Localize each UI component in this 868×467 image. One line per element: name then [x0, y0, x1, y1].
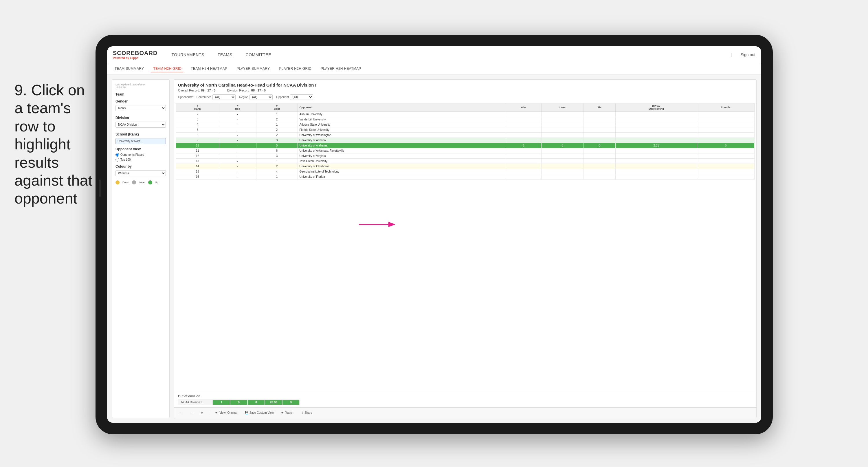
table-row[interactable]: 8-2University of Washington — [176, 133, 754, 138]
conference-filter-label: Conference — [196, 95, 212, 99]
col-rounds: Rounds — [697, 104, 754, 112]
toolbar-share[interactable]: ⇧ Share — [299, 410, 314, 415]
toolbar-refresh[interactable]: ↻ — [199, 410, 205, 415]
tablet-side-button — [99, 179, 101, 197]
col-diff: Diff AvStrokes/Rnd — [615, 104, 697, 112]
out-division-label: NCAA Division II — [178, 400, 213, 405]
sub-nav-team-summary[interactable]: TEAM SUMMARY — [113, 65, 146, 72]
filter-opponents: Opponents: — [178, 95, 193, 99]
filter-conference: Conference (All) — [196, 94, 236, 100]
table-row[interactable]: 3-2Vanderbilt University — [176, 117, 754, 122]
sub-nav-player-h2h-grid[interactable]: PLAYER H2H GRID — [277, 65, 313, 72]
h2h-table: #Rank #Reg #Conf Opponent Win Loss Tie D… — [176, 103, 754, 179]
gender-select[interactable]: Men's — [116, 105, 166, 111]
filter-opponent: Opponent (All) — [276, 94, 313, 100]
table-row[interactable]: 6-2Florida State University — [176, 127, 754, 133]
nav-teams[interactable]: TEAMS — [215, 51, 235, 58]
out-division-win: 1 — [213, 400, 230, 405]
grid-panel: University of North Carolina Head-to-Hea… — [174, 79, 756, 418]
grid-header: University of North Carolina Head-to-Hea… — [174, 80, 756, 103]
sub-nav-player-summary[interactable]: PLAYER SUMMARY — [235, 65, 272, 72]
legend-down-dot — [116, 180, 120, 184]
table-row[interactable]: 15-4Georgia Institute of Technology — [176, 169, 754, 174]
out-division-diff: 26.00 — [265, 400, 282, 405]
bottom-toolbar: ← → ↻ | 👁 View: Original 💾 Save Custom V… — [174, 407, 756, 418]
division-record-value: 88 - 17 - 0 — [251, 89, 266, 92]
col-reg: #Reg — [219, 104, 256, 112]
legend-level-label: Level — [139, 181, 145, 184]
opponent-filter-select[interactable]: (All) — [290, 94, 313, 100]
opponent-filter-label: Opponent — [276, 95, 289, 99]
instruction-text: 9. Click on a team's row to highlight re… — [14, 81, 95, 208]
toolbar-sep1: | — [209, 411, 210, 415]
toolbar-view-original[interactable]: 👁 View: Original — [214, 410, 239, 415]
instruction-body: Click on a team's row to highlight resul… — [14, 82, 92, 207]
opponents-label: Opponents: — [178, 95, 193, 99]
left-panel: Last Updated: 27/03/2024 16:55:38 Team G… — [112, 79, 169, 418]
school-value: University of Nort... — [116, 138, 166, 144]
school-label: School (Rank) — [116, 132, 166, 136]
logo-area: SCOREBOARD Powered by clippd — [113, 50, 157, 60]
region-filter-label: Region — [239, 95, 248, 99]
toolbar-redo[interactable]: → — [188, 410, 195, 415]
filter-region: Region (All) — [239, 94, 273, 100]
nav-committee[interactable]: COMMITTEE — [243, 51, 274, 58]
out-division-tie: 0 — [247, 400, 265, 405]
out-division-row[interactable]: NCAA Division II 1 0 0 26.00 3 — [178, 400, 752, 405]
division-record-label: Division Record: 88 - 17 - 0 — [227, 89, 266, 92]
table-row[interactable]: 9-3University of Arizona — [176, 138, 754, 143]
grid-table-container: #Rank #Reg #Conf Opponent Win Loss Tie D… — [174, 103, 756, 392]
division-label: Division — [116, 116, 166, 120]
out-of-division-title: Out of division — [178, 394, 752, 398]
opponent-view-label: Opponent View — [116, 147, 166, 151]
sub-nav-team-h2h-grid[interactable]: TEAM H2H GRID — [151, 65, 183, 72]
grid-records: Overall Record: 89 - 17 - 0 Division Rec… — [178, 89, 752, 92]
table-row[interactable]: 2-1Auburn University — [176, 112, 754, 117]
brand-name: clippd — [130, 56, 138, 60]
colour-by-select[interactable]: Win/loss — [116, 170, 166, 176]
logo-scoreboard: SCOREBOARD — [113, 50, 157, 56]
legend-level-dot — [132, 180, 136, 184]
nav-tournaments[interactable]: TOURNAMENTS — [169, 51, 206, 58]
table-row[interactable]: 11-5University of Alabama3002.618 — [176, 143, 754, 148]
team-label: Team — [116, 92, 166, 96]
col-conf: #Conf — [256, 104, 298, 112]
legend-up-label: Up — [155, 181, 159, 184]
toolbar-undo[interactable]: ← — [178, 410, 184, 415]
toolbar-save-custom[interactable]: 💾 Save Custom View — [243, 410, 276, 415]
filters-row: Opponents: Conference (All) Region (All) — [178, 94, 752, 100]
nav-bar: SCOREBOARD Powered by clippd TOURNAMENTS… — [107, 46, 761, 63]
tablet-frame: SCOREBOARD Powered by clippd TOURNAMENTS… — [95, 35, 773, 434]
last-updated: Last Updated: 27/03/2024 16:55:38 — [116, 83, 166, 89]
sub-nav-team-h2h-heatmap[interactable]: TEAM H2H HEATMAP — [189, 65, 229, 72]
col-opponent: Opponent — [298, 104, 505, 112]
radio-top100[interactable]: Top 100 — [116, 158, 166, 162]
out-of-division: Out of division NCAA Division II 1 0 0 2… — [174, 392, 756, 407]
division-select[interactable]: NCAA Division I — [116, 122, 166, 128]
region-filter-select[interactable]: (All) — [249, 94, 273, 100]
radio-opponents-played[interactable]: Opponents Played — [116, 153, 166, 157]
main-content: Last Updated: 27/03/2024 16:55:38 Team G… — [107, 75, 761, 423]
table-row[interactable]: 16-1University of Florida — [176, 174, 754, 179]
legend-row: Down Level Up — [116, 180, 166, 184]
grid-title: University of North Carolina Head-to-Hea… — [178, 83, 752, 87]
table-row[interactable]: 4-1Arizona State University — [176, 122, 754, 127]
col-win: Win — [505, 104, 541, 112]
out-division-rounds: 3 — [282, 400, 300, 405]
table-row[interactable]: 14-2University of Oklahoma — [176, 164, 754, 169]
table-row[interactable]: 13-1Texas Tech University — [176, 159, 754, 164]
conference-filter-select[interactable]: (All) — [212, 94, 236, 100]
radio-group: Opponents Played Top 100 — [116, 153, 166, 162]
col-rank: #Rank — [176, 104, 219, 112]
instruction-number: 9. — [14, 82, 27, 98]
toolbar-watch[interactable]: 👁 Watch — [280, 410, 295, 415]
table-row[interactable]: 12-3University of Virginia — [176, 153, 754, 159]
table-row[interactable]: 11-6University of Arkansas, Fayetteville — [176, 148, 754, 153]
nav-sign-out[interactable]: Sign out — [741, 52, 755, 57]
col-loss: Loss — [541, 104, 584, 112]
nav-separator: | — [731, 52, 732, 57]
tablet-screen: SCOREBOARD Powered by clippd TOURNAMENTS… — [107, 46, 761, 423]
sub-nav: TEAM SUMMARY TEAM H2H GRID TEAM H2H HEAT… — [107, 63, 761, 75]
colour-by-label: Colour by — [116, 165, 166, 169]
sub-nav-player-h2h-heatmap[interactable]: PLAYER H2H HEATMAP — [319, 65, 363, 72]
